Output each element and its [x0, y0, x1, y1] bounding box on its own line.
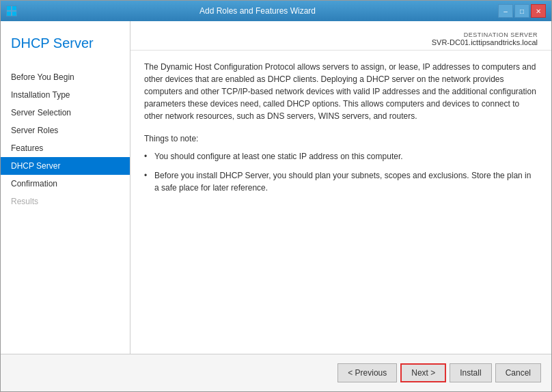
main-header: DESTINATION SERVER SVR-DC01.icttipsandtr… [130, 21, 551, 51]
wizard-window: Add Roles and Features Wizard – □ ✕ DHCP… [0, 0, 552, 392]
sidebar-nav: Before You Begin Installation Type Serve… [1, 68, 130, 210]
content-area: DHCP Server Before You Begin Installatio… [1, 21, 551, 354]
install-button[interactable]: Install [450, 363, 491, 382]
title-bar: Add Roles and Features Wizard – □ ✕ [1, 1, 551, 21]
minimize-button[interactable]: – [498, 4, 513, 18]
previous-button[interactable]: < Previous [337, 363, 397, 382]
sidebar-item-confirmation[interactable]: Confirmation [1, 175, 130, 193]
bullet-item-2: Before you install DHCP Server, you shou… [144, 169, 538, 194]
footer: < Previous Next > Install Cancel [1, 354, 551, 391]
close-button[interactable]: ✕ [531, 4, 546, 18]
sidebar-item-before-you-begin[interactable]: Before You Begin [1, 68, 130, 86]
sidebar-item-installation-type[interactable]: Installation Type [1, 86, 130, 104]
svg-rect-0 [7, 6, 11, 10]
sidebar-item-server-selection[interactable]: Server Selection [1, 104, 130, 122]
window-controls: – □ ✕ [498, 4, 546, 18]
destination-label: DESTINATION SERVER [432, 31, 538, 38]
destination-server: SVR-DC01.icttipsandtricks.local [432, 38, 538, 46]
next-button[interactable]: Next > [400, 363, 446, 382]
bullet-list: You should configure at least one static… [144, 150, 538, 194]
cancel-button[interactable]: Cancel [495, 363, 541, 382]
sidebar-item-dhcp-server[interactable]: DHCP Server [1, 157, 130, 175]
main-content: DESTINATION SERVER SVR-DC01.icttipsandtr… [130, 21, 551, 354]
svg-rect-2 [7, 12, 11, 16]
svg-rect-3 [12, 12, 16, 16]
main-body: The Dynamic Host Configuration Protocol … [130, 51, 551, 354]
window-icon [6, 5, 17, 16]
things-to-note-label: Things to note: [144, 132, 538, 145]
window-title: Add Roles and Features Wizard [17, 6, 498, 16]
sidebar-item-results: Results [1, 193, 130, 210]
svg-rect-1 [12, 6, 16, 10]
sidebar-item-server-roles[interactable]: Server Roles [1, 122, 130, 139]
sidebar-item-features[interactable]: Features [1, 139, 130, 157]
sidebar: DHCP Server Before You Begin Installatio… [1, 21, 130, 354]
main-description: The Dynamic Host Configuration Protocol … [144, 61, 538, 122]
maximize-button[interactable]: □ [514, 4, 529, 18]
sidebar-header: DHCP Server [1, 21, 130, 61]
bullet-item-1: You should configure at least one static… [144, 150, 538, 163]
destination-info: DESTINATION SERVER SVR-DC01.icttipsandtr… [432, 31, 538, 46]
sidebar-title: DHCP Server [11, 35, 120, 51]
